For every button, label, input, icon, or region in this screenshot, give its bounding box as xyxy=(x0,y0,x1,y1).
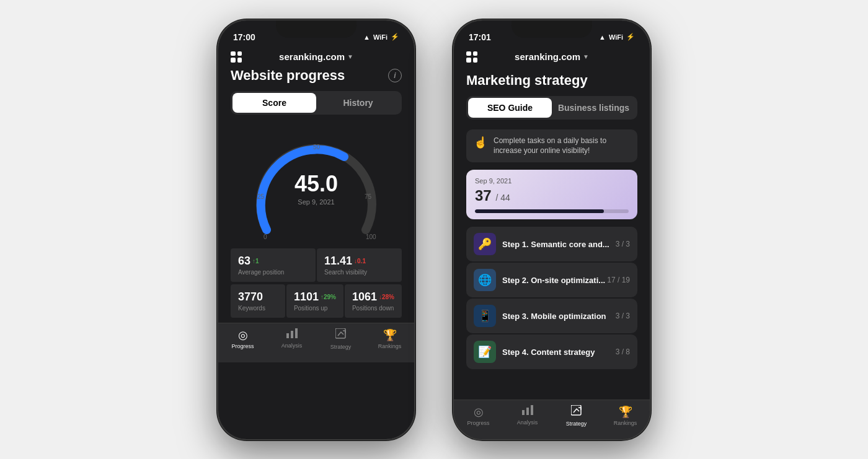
step-list: 🔑 Step 1. Semantic core and... 3 / 3 🌐 S… xyxy=(466,227,637,369)
analysis-label-2: Analysis xyxy=(517,419,538,426)
nav-domain-1[interactable]: seranking.com ▼ xyxy=(279,51,353,62)
nav-bar-1: seranking.com ▼ xyxy=(218,48,414,68)
analysis-icon-2 xyxy=(522,405,533,418)
banner-text: Complete tasks on a daily basis to incre… xyxy=(494,136,630,157)
nav-domain-2[interactable]: seranking.com ▼ xyxy=(515,51,589,62)
stats-grid-2col: 63 ↑1 Average position 11.41 ↓0.1 Search… xyxy=(231,248,402,282)
battery-icon-2: ⚡ xyxy=(626,33,635,41)
stat-badge-down-positions: ↓28% xyxy=(379,294,394,300)
tab-business-listings[interactable]: Business listings xyxy=(552,98,636,118)
progress-icon-1: ◎ xyxy=(238,328,248,342)
phone-2: 17:01 ▲ WiFi ⚡ seranking.com ▼ Ma xyxy=(453,19,651,440)
phone-1: 17:00 ▲ WiFi ⚡ seranking.com ▼ xyxy=(217,19,415,440)
stat-positions-down: 1061 ↓28% Positions down xyxy=(345,284,402,318)
page-title-2: Marketing strategy xyxy=(454,68,650,96)
strategy-label-1: Strategy xyxy=(330,344,352,350)
bottom-tab-bar-2: ◎ Progress Analysis Strategy 🏆 xyxy=(454,400,650,439)
status-time-2: 17:01 xyxy=(469,32,491,42)
phone-notch-1 xyxy=(276,20,356,38)
progress-label-2: Progress xyxy=(467,420,489,426)
rankings-icon-2: 🏆 xyxy=(619,405,632,419)
stat-avg-position: 63 ↑1 Average position xyxy=(231,248,316,282)
status-time-1: 17:00 xyxy=(233,32,255,42)
grid-icon-2[interactable] xyxy=(466,51,477,63)
phone-notch-2 xyxy=(512,20,592,38)
svg-text:25: 25 xyxy=(257,193,265,200)
domain-chevron-2: ▼ xyxy=(583,53,589,60)
stat-search-visibility: 11.41 ↓0.1 Search visibility xyxy=(317,248,402,282)
step-3-name: Step 3. Mobile optimization xyxy=(502,312,606,321)
wifi-icon: WiFi xyxy=(373,33,388,41)
bottom-tab-rankings-2[interactable]: 🏆 Rankings xyxy=(601,405,650,427)
bottom-tab-bar-1: ◎ Progress Analysis Strategy 🏆 xyxy=(218,323,414,362)
rankings-icon-1: 🏆 xyxy=(383,328,397,342)
svg-text:75: 75 xyxy=(365,193,372,200)
stat-badge-up-0: ↑1 xyxy=(252,258,259,264)
step-1-name: Step 1. Semantic core and... xyxy=(502,240,609,249)
step-item-2[interactable]: 🌐 Step 2. On-site optimizati... 17 / 19 xyxy=(466,263,637,297)
stat-keywords: 3770 Keywords xyxy=(231,284,285,318)
gauge-center: 45.0 Sep 9, 2021 xyxy=(294,171,338,206)
analysis-label-1: Analysis xyxy=(281,343,303,349)
step-4-count: 3 / 8 xyxy=(616,348,630,356)
info-icon-1[interactable]: i xyxy=(388,69,402,82)
tab-score[interactable]: Score xyxy=(232,93,316,113)
analysis-icon-1 xyxy=(286,328,298,341)
bottom-tab-strategy-2[interactable]: Strategy xyxy=(552,405,601,427)
stat-badge-down-1: ↓0.1 xyxy=(354,258,366,264)
signal-icon-2: ▲ xyxy=(599,33,606,41)
bottom-tab-progress-2[interactable]: ◎ Progress xyxy=(454,405,503,427)
nav-bar-2: seranking.com ▼ xyxy=(454,48,650,68)
gauge-container: 0 25 50 75 100 45.0 Sep 9, 2021 xyxy=(224,125,408,248)
rankings-label-2: Rankings xyxy=(614,420,637,426)
progress-card-score: 37 / 44 xyxy=(475,187,629,204)
svg-rect-6 xyxy=(291,331,293,338)
strategy-label-2: Strategy xyxy=(566,421,587,427)
step-3-count: 3 / 3 xyxy=(616,312,630,320)
domain-chevron-1: ▼ xyxy=(347,53,353,60)
tab-history[interactable]: History xyxy=(316,93,400,113)
bottom-tab-analysis-1[interactable]: Analysis xyxy=(267,328,316,350)
step-4-name: Step 4. Content strategy xyxy=(502,348,595,357)
strategy-icon-1 xyxy=(335,328,347,343)
step-1-count: 3 / 3 xyxy=(616,240,630,248)
battery-icon: ⚡ xyxy=(391,33,399,41)
svg-rect-11 xyxy=(531,405,533,415)
progress-card[interactable]: Sep 9, 2021 37 / 44 xyxy=(466,170,637,219)
progress-label-1: Progress xyxy=(231,343,254,349)
step-2-icon: 🌐 xyxy=(474,269,496,291)
progress-icon-2: ◎ xyxy=(474,405,484,419)
stat-badge-up-positions: ↑29% xyxy=(321,294,336,300)
bottom-tab-strategy-1[interactable]: Strategy xyxy=(316,328,365,350)
bottom-tab-analysis-2[interactable]: Analysis xyxy=(503,405,552,427)
progress-bar-bg xyxy=(475,209,629,213)
svg-rect-5 xyxy=(286,333,289,338)
status-icons-2: ▲ WiFi ⚡ xyxy=(599,33,635,41)
step-3-icon: 📱 xyxy=(474,305,496,327)
step-item-3[interactable]: 📱 Step 3. Mobile optimization 3 / 3 xyxy=(466,299,637,333)
wifi-icon-2: WiFi xyxy=(609,33,623,41)
status-icons-1: ▲ WiFi ⚡ xyxy=(363,33,399,41)
signal-icon: ▲ xyxy=(363,33,370,41)
progress-card-date: Sep 9, 2021 xyxy=(475,177,629,185)
step-2-name: Step 2. On-site optimizati... xyxy=(502,276,605,285)
tab-switcher-2: SEO Guide Business listings xyxy=(466,96,637,120)
bottom-tab-progress-1[interactable]: ◎ Progress xyxy=(218,328,267,350)
step-2-count: 17 / 19 xyxy=(607,276,630,284)
step-item-1[interactable]: 🔑 Step 1. Semantic core and... 3 / 3 xyxy=(466,227,637,261)
step-1-icon: 🔑 xyxy=(474,233,496,255)
svg-rect-9 xyxy=(522,410,525,415)
phone-2-screen: 17:01 ▲ WiFi ⚡ seranking.com ▼ Ma xyxy=(454,20,650,439)
page-title-1: Website progress xyxy=(231,68,345,84)
progress-bar-fill xyxy=(475,209,604,213)
stat-positions-up: 1101 ↑29% Positions up xyxy=(286,284,343,318)
bottom-tab-rankings-1[interactable]: 🏆 Rankings xyxy=(365,328,414,350)
tab-switcher-1: Score History xyxy=(231,91,402,115)
svg-rect-7 xyxy=(295,328,298,338)
gauge-score: 45.0 xyxy=(294,171,338,197)
strategy-icon-2 xyxy=(571,405,582,419)
step-item-4[interactable]: 📝 Step 4. Content strategy 3 / 8 xyxy=(466,334,637,369)
svg-text:100: 100 xyxy=(366,234,376,240)
tab-seo-guide[interactable]: SEO Guide xyxy=(468,98,552,118)
grid-icon-1[interactable] xyxy=(231,51,242,63)
